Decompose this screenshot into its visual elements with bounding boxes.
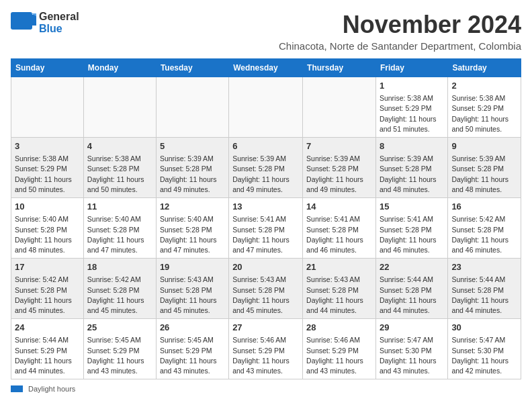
day-number: 30 (451, 322, 517, 334)
calendar-cell: 4Sunrise: 5:38 AM Sunset: 5:28 PM Daylig… (83, 138, 156, 198)
day-info: Sunrise: 5:39 AM Sunset: 5:28 PM Dayligh… (380, 154, 444, 195)
day-number: 10 (15, 201, 80, 213)
location-title: Chinacota, Norte de Santander Department… (279, 40, 521, 52)
day-info: Sunrise: 5:43 AM Sunset: 5:28 PM Dayligh… (160, 275, 225, 316)
calendar-cell: 3Sunrise: 5:38 AM Sunset: 5:29 PM Daylig… (11, 138, 84, 198)
weekday-header: Tuesday (156, 59, 228, 77)
daylight-color-box (11, 385, 23, 392)
day-info: Sunrise: 5:40 AM Sunset: 5:28 PM Dayligh… (87, 214, 152, 255)
day-info: Sunrise: 5:38 AM Sunset: 5:29 PM Dayligh… (15, 154, 80, 195)
calendar-header-row: SundayMondayTuesdayWednesdayThursdayFrid… (11, 59, 521, 77)
day-info: Sunrise: 5:40 AM Sunset: 5:28 PM Dayligh… (160, 214, 225, 255)
calendar-cell: 11Sunrise: 5:40 AM Sunset: 5:28 PM Dayli… (83, 198, 156, 259)
day-info: Sunrise: 5:45 AM Sunset: 5:29 PM Dayligh… (160, 335, 225, 376)
calendar-cell: 26Sunrise: 5:45 AM Sunset: 5:29 PM Dayli… (156, 319, 228, 379)
day-number: 26 (160, 322, 225, 334)
logo: General Blue (11, 11, 79, 34)
day-info: Sunrise: 5:45 AM Sunset: 5:29 PM Dayligh… (87, 335, 152, 376)
day-number: 21 (306, 261, 372, 273)
calendar-cell (156, 77, 228, 138)
day-number: 17 (15, 261, 80, 273)
calendar-cell: 21Sunrise: 5:43 AM Sunset: 5:28 PM Dayli… (303, 259, 376, 319)
calendar-cell: 5Sunrise: 5:39 AM Sunset: 5:28 PM Daylig… (156, 138, 228, 198)
day-number: 2 (451, 80, 517, 92)
calendar-cell: 9Sunrise: 5:39 AM Sunset: 5:28 PM Daylig… (448, 138, 521, 198)
day-info: Sunrise: 5:40 AM Sunset: 5:28 PM Dayligh… (15, 214, 80, 255)
day-info: Sunrise: 5:44 AM Sunset: 5:29 PM Dayligh… (15, 335, 80, 376)
day-number: 20 (232, 261, 299, 273)
day-info: Sunrise: 5:42 AM Sunset: 5:28 PM Dayligh… (451, 214, 517, 255)
calendar-cell: 30Sunrise: 5:47 AM Sunset: 5:30 PM Dayli… (448, 319, 521, 379)
day-number: 4 (87, 140, 152, 152)
svg-marker-1 (30, 15, 36, 26)
weekday-header: Thursday (303, 59, 376, 77)
day-info: Sunrise: 5:38 AM Sunset: 5:29 PM Dayligh… (451, 93, 517, 134)
month-title: November 2024 (279, 11, 521, 39)
day-number: 28 (306, 322, 372, 334)
calendar-cell: 23Sunrise: 5:44 AM Sunset: 5:28 PM Dayli… (448, 259, 521, 319)
day-info: Sunrise: 5:43 AM Sunset: 5:28 PM Dayligh… (306, 275, 372, 316)
calendar-table: SundayMondayTuesdayWednesdayThursdayFrid… (11, 58, 521, 379)
calendar-cell: 28Sunrise: 5:46 AM Sunset: 5:29 PM Dayli… (303, 319, 376, 379)
day-number: 24 (15, 322, 80, 334)
logo-general: General (39, 11, 79, 23)
day-number: 7 (306, 140, 372, 152)
day-number: 27 (232, 322, 299, 334)
day-info: Sunrise: 5:44 AM Sunset: 5:28 PM Dayligh… (380, 275, 444, 316)
day-number: 25 (87, 322, 152, 334)
day-number: 1 (380, 80, 444, 92)
calendar-cell: 12Sunrise: 5:40 AM Sunset: 5:28 PM Dayli… (156, 198, 228, 259)
calendar-cell: 2Sunrise: 5:38 AM Sunset: 5:29 PM Daylig… (448, 77, 521, 138)
calendar-cell: 15Sunrise: 5:41 AM Sunset: 5:28 PM Dayli… (375, 198, 447, 259)
calendar-cell: 16Sunrise: 5:42 AM Sunset: 5:28 PM Dayli… (448, 198, 521, 259)
day-info: Sunrise: 5:39 AM Sunset: 5:28 PM Dayligh… (232, 154, 299, 195)
day-number: 19 (160, 261, 225, 273)
weekday-header: Friday (375, 59, 447, 77)
weekday-header: Sunday (11, 59, 84, 77)
day-number: 23 (451, 261, 517, 273)
svg-rect-0 (11, 12, 32, 30)
day-number: 5 (160, 140, 225, 152)
calendar-cell: 14Sunrise: 5:41 AM Sunset: 5:28 PM Dayli… (303, 198, 376, 259)
calendar-cell: 6Sunrise: 5:39 AM Sunset: 5:28 PM Daylig… (229, 138, 303, 198)
calendar-cell: 10Sunrise: 5:40 AM Sunset: 5:28 PM Dayli… (11, 198, 84, 259)
calendar-cell: 27Sunrise: 5:46 AM Sunset: 5:29 PM Dayli… (229, 319, 303, 379)
day-info: Sunrise: 5:44 AM Sunset: 5:28 PM Dayligh… (451, 275, 517, 316)
day-number: 6 (232, 140, 299, 152)
daylight-label: Daylight hours (28, 385, 75, 393)
day-info: Sunrise: 5:41 AM Sunset: 5:28 PM Dayligh… (306, 214, 372, 255)
calendar-cell: 24Sunrise: 5:44 AM Sunset: 5:29 PM Dayli… (11, 319, 84, 379)
day-info: Sunrise: 5:39 AM Sunset: 5:28 PM Dayligh… (306, 154, 372, 195)
page-header: General Blue November 2024 Chinacota, No… (11, 11, 521, 52)
day-number: 12 (160, 201, 225, 213)
calendar-cell: 18Sunrise: 5:42 AM Sunset: 5:28 PM Dayli… (83, 259, 156, 319)
day-info: Sunrise: 5:46 AM Sunset: 5:29 PM Dayligh… (306, 335, 372, 376)
day-number: 14 (306, 201, 372, 213)
day-number: 3 (15, 140, 80, 152)
weekday-header: Monday (83, 59, 156, 77)
day-number: 9 (451, 140, 517, 152)
day-info: Sunrise: 5:41 AM Sunset: 5:28 PM Dayligh… (232, 214, 299, 255)
day-info: Sunrise: 5:47 AM Sunset: 5:30 PM Dayligh… (451, 335, 517, 376)
day-number: 18 (87, 261, 152, 273)
calendar-cell: 19Sunrise: 5:43 AM Sunset: 5:28 PM Dayli… (156, 259, 228, 319)
day-info: Sunrise: 5:38 AM Sunset: 5:28 PM Dayligh… (87, 154, 152, 195)
title-area: November 2024 Chinacota, Norte de Santan… (279, 11, 521, 52)
calendar-cell (83, 77, 156, 138)
weekday-header: Saturday (448, 59, 521, 77)
day-number: 22 (380, 261, 444, 273)
calendar-cell (303, 77, 376, 138)
calendar-cell: 29Sunrise: 5:47 AM Sunset: 5:30 PM Dayli… (375, 319, 447, 379)
day-info: Sunrise: 5:43 AM Sunset: 5:28 PM Dayligh… (232, 275, 299, 316)
day-number: 8 (380, 140, 444, 152)
calendar-cell: 7Sunrise: 5:39 AM Sunset: 5:28 PM Daylig… (303, 138, 376, 198)
day-info: Sunrise: 5:41 AM Sunset: 5:28 PM Dayligh… (380, 214, 444, 255)
legend: Daylight hours (11, 385, 521, 393)
logo-blue: Blue (39, 23, 79, 35)
calendar-cell: 22Sunrise: 5:44 AM Sunset: 5:28 PM Dayli… (375, 259, 447, 319)
day-info: Sunrise: 5:47 AM Sunset: 5:30 PM Dayligh… (380, 335, 444, 376)
day-number: 13 (232, 201, 299, 213)
day-info: Sunrise: 5:39 AM Sunset: 5:28 PM Dayligh… (451, 154, 517, 195)
day-number: 29 (380, 322, 444, 334)
calendar-cell (229, 77, 303, 138)
